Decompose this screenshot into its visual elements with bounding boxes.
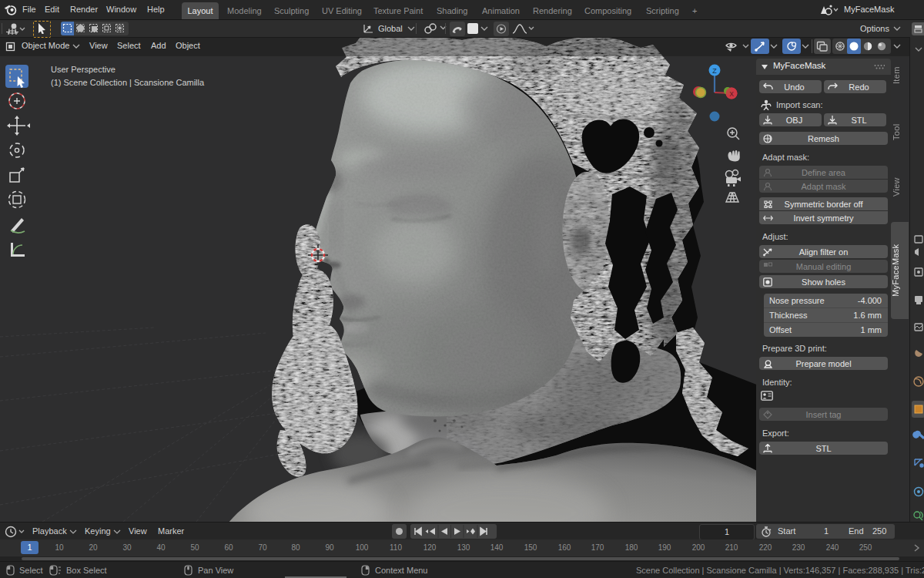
svg-text:X: X	[729, 90, 734, 98]
svg-text:Z: Z	[712, 67, 717, 75]
